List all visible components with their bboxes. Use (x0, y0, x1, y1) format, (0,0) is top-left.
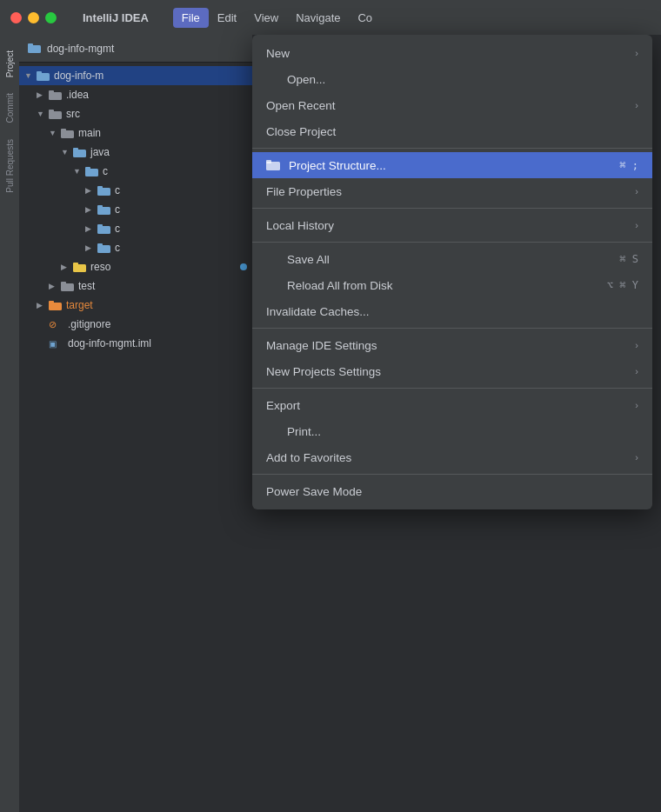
menu-sep-4 (252, 328, 652, 329)
menu-close-project-label: Close Project (266, 125, 336, 138)
menu-item-new-projects[interactable]: New Projects Settings › (252, 358, 652, 384)
menu-open-recent-label: Open Recent (266, 99, 336, 112)
menu-item-new[interactable]: New › (252, 40, 652, 66)
menu-open-label: Open... (287, 73, 325, 86)
menu-item-power-save[interactable]: Power Save Mode (252, 478, 652, 504)
menu-project-structure-label: Project Structure... (289, 159, 386, 172)
menu-item-manage-ide[interactable]: Manage IDE Settings › (252, 332, 652, 358)
menu-add-favorites-arrow: › (635, 452, 638, 463)
menu-item-export[interactable]: Export › (252, 392, 652, 418)
menu-new-projects-label: New Projects Settings (266, 365, 381, 378)
dropdown-overlay: New › Open... Open Recent › Close Projec… (0, 0, 661, 812)
menu-item-save-all[interactable]: Save All ⌘ S (252, 246, 652, 272)
menu-file-properties-arrow: › (635, 186, 638, 196)
file-menu: New › Open... Open Recent › Close Projec… (252, 35, 652, 509)
menu-power-save-label: Power Save Mode (266, 485, 362, 498)
menu-project-structure-shortcut: ⌘ ; (619, 159, 638, 171)
menu-local-history-arrow: › (635, 220, 638, 230)
menu-export-arrow: › (635, 400, 638, 410)
menu-print-label: Print... (287, 425, 321, 438)
menu-manage-ide-arrow: › (635, 340, 638, 350)
svg-rect-29 (266, 160, 271, 163)
project-structure-icon (266, 159, 282, 171)
menu-add-favorites-label: Add to Favorites (266, 451, 351, 464)
menu-item-file-properties[interactable]: File Properties › (252, 178, 652, 204)
menu-item-local-history[interactable]: Local History › (252, 212, 652, 238)
menu-item-reload-disk[interactable]: Reload All from Disk ⌥ ⌘ Y (252, 272, 652, 298)
menu-item-close-project[interactable]: Close Project (252, 118, 652, 144)
menu-open-recent-arrow: › (635, 100, 638, 110)
menu-export-label: Export (266, 399, 300, 412)
menu-new-label: New (266, 47, 290, 60)
menu-sep-1 (252, 148, 652, 149)
menu-item-open-recent[interactable]: Open Recent › (252, 92, 652, 118)
menu-new-arrow: › (635, 48, 638, 58)
menu-reload-disk-shortcut: ⌥ ⌘ Y (607, 279, 638, 291)
menu-manage-ide-label: Manage IDE Settings (266, 339, 377, 352)
menu-item-invalidate-caches[interactable]: Invalidate Caches... (252, 298, 652, 324)
menu-invalidate-caches-label: Invalidate Caches... (266, 305, 370, 318)
menu-sep-5 (252, 388, 652, 389)
menu-new-projects-arrow: › (635, 366, 638, 376)
menu-item-print[interactable]: Print... (252, 418, 652, 444)
menu-reload-disk-label: Reload All from Disk (287, 279, 393, 292)
menu-item-project-structure[interactable]: Project Structure... ⌘ ; (252, 152, 652, 178)
menu-save-all-shortcut: ⌘ S (619, 253, 638, 265)
menu-local-history-label: Local History (266, 219, 334, 232)
menu-item-open[interactable]: Open... (252, 66, 652, 92)
menu-sep-6 (252, 474, 652, 475)
menu-save-all-label: Save All (287, 253, 330, 266)
menu-file-properties-label: File Properties (266, 185, 342, 198)
menu-sep-2 (252, 208, 652, 209)
menu-item-add-favorites[interactable]: Add to Favorites › (252, 444, 652, 470)
menu-sep-3 (252, 242, 652, 243)
